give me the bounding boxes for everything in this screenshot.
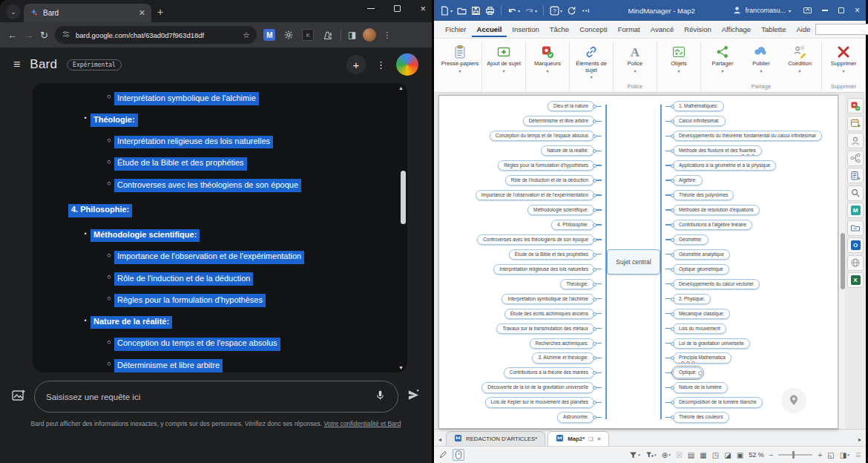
selected-text[interactable]: Théologie:: [91, 114, 138, 127]
selected-text[interactable]: Méthodologie scientifique:: [91, 229, 200, 243]
topic-pill[interactable]: Rôle de l'induction et de la déduction: [505, 175, 594, 185]
help-icon[interactable]: ?▾: [550, 6, 562, 16]
menu-tab-insertion[interactable]: Insertion: [507, 22, 544, 37]
document-tab[interactable]: REDACTION D'ARTICLES*: [446, 431, 545, 446]
minimize-button[interactable]: [367, 8, 375, 10]
library-icon[interactable]: [847, 168, 864, 183]
ribbon-button-elements[interactable]: Éléments de sujet▾: [572, 41, 611, 82]
zoom-in-icon[interactable]: +: [818, 451, 822, 459]
topic-pill[interactable]: Théologie:: [560, 279, 594, 289]
menu-tab-tâche[interactable]: Tâche: [545, 22, 574, 37]
scroll-down-icon[interactable]: ▼: [398, 365, 404, 370]
ribbon-button-coedit[interactable]: Coédition▾: [780, 41, 819, 82]
selected-text[interactable]: 4. Philosophie:: [68, 204, 132, 217]
extension-dark-icon[interactable]: K: [302, 29, 315, 42]
presentation-mode-icon[interactable]: [803, 7, 812, 13]
menu-tab-format[interactable]: Format: [613, 22, 645, 37]
task-calendar-icon[interactable]: [847, 116, 864, 131]
menu-tab-tablette[interactable]: Tablette: [756, 22, 791, 37]
ribbon-button-font[interactable]: APolice▾: [616, 41, 654, 82]
location-pin-icon[interactable]: [781, 388, 806, 413]
web-icon[interactable]: [847, 255, 864, 271]
topic-pill[interactable]: Principia Mathematica: [673, 352, 731, 363]
topic-pill[interactable]: Recherches alchimiques:: [530, 338, 594, 349]
new-document-icon[interactable]: ▾: [440, 6, 453, 16]
filter-icon[interactable]: ▾: [629, 451, 640, 459]
topic-pill[interactable]: Méthodologie scientifique:: [527, 205, 594, 215]
resize-grip[interactable]: [856, 453, 861, 457]
more-icon[interactable]: [581, 6, 591, 16]
tab-scroll-left-icon[interactable]: ◂: [436, 436, 444, 446]
mouse-mode-button[interactable]: [453, 449, 464, 461]
resources-icon[interactable]: [847, 133, 864, 148]
topic-pill[interactable]: Dieu et la nature: [548, 101, 594, 111]
save-icon[interactable]: [471, 6, 481, 16]
ribbon-button-objects[interactable]: Objets▾: [660, 41, 698, 82]
mm-minimize-button[interactable]: [822, 10, 828, 11]
menu-tab-avancé[interactable]: Avancé: [645, 22, 680, 37]
ribbon-button-add-topic[interactable]: Ajout de sujet▾: [484, 41, 523, 82]
topic-pill[interactable]: Développements du calcul vectoriel: [673, 279, 760, 289]
new-tab-button[interactable]: +: [157, 6, 163, 18]
topic-tree-icon[interactable]: [847, 151, 864, 166]
selected-text[interactable]: Étude de la Bible et des prophéties: [114, 157, 247, 171]
topic-pill[interactable]: Théorie des couleurs: [673, 412, 729, 422]
selected-text[interactable]: Déterminisme et libre arbitre: [114, 359, 223, 372]
tab-search-button[interactable]: ⌄: [6, 4, 21, 19]
topic-pill[interactable]: Conception du temps et de l'espace absol…: [490, 131, 594, 141]
browser-profile-avatar[interactable]: [363, 28, 376, 42]
bard-more-icon[interactable]: ⋮: [376, 59, 386, 70]
topic-pill[interactable]: Loi de la gravitation universelle: [673, 338, 750, 349]
mindmanager-icon[interactable]: M: [847, 203, 864, 218]
close-tab-icon[interactable]: ✕: [597, 436, 602, 442]
ribbon-button-clipboard[interactable]: Presse-papiers▾: [441, 41, 479, 82]
bookmark-star-icon[interactable]: ☆: [243, 30, 250, 40]
topic-pill[interactable]: Optique:: [673, 367, 703, 378]
zoom-slider-handle[interactable]: [792, 451, 795, 459]
topic-pill[interactable]: Déterminisme et libre arbitre: [523, 116, 594, 126]
browser-tab-bard[interactable]: Bard ✕: [24, 4, 151, 22]
topic-pill[interactable]: Contributions à l'algèbre linéaire: [673, 220, 752, 230]
topic-pill[interactable]: Géométrie:: [673, 234, 708, 245]
topic-pill[interactable]: Décomposition de la lumière blanche: [673, 397, 763, 407]
search-combobox[interactable]: ▾: [815, 24, 868, 35]
chat-scrollbar[interactable]: [401, 171, 406, 224]
new-chat-button[interactable]: +: [346, 55, 366, 74]
archive-icon[interactable]: [847, 220, 864, 236]
topic-pill[interactable]: Importance de l'observation et de l'expé…: [476, 190, 594, 200]
menu-tab-révision[interactable]: Révision: [679, 22, 716, 37]
topic-pill[interactable]: Interprétation symbolique de l'alchimie: [502, 294, 594, 304]
detach-tab-icon[interactable]: ❏: [588, 436, 593, 442]
topic-pill[interactable]: Règles pour la formulation d'hypothèses: [498, 160, 594, 171]
topic-pill[interactable]: Géométrie analytique: [673, 249, 730, 260]
topic-pill[interactable]: Méthode des fluxions et des fluantes: [673, 145, 762, 156]
bard-profile-avatar[interactable]: [396, 53, 418, 76]
mm-maximize-button[interactable]: [838, 7, 844, 13]
topic-pill[interactable]: Travaux sur la transmutation des métaux: [496, 324, 594, 334]
open-folder-icon[interactable]: [457, 6, 467, 16]
sync-icon[interactable]: [567, 6, 576, 16]
outlook-icon[interactable]: O: [847, 237, 864, 253]
site-info-icon[interactable]: [62, 30, 70, 40]
clear-filter-icon[interactable]: ☒: [676, 451, 683, 459]
fit-window-icon[interactable]: ◱: [827, 451, 834, 459]
document-tab[interactable]: Map2*❏✕: [548, 431, 609, 446]
format-painter-icon[interactable]: ◪: [724, 451, 731, 459]
selected-text[interactable]: Interprétation religieuse des lois natur…: [114, 136, 273, 149]
zoom-slider[interactable]: [778, 454, 812, 456]
selected-text[interactable]: Nature de la réalité:: [91, 316, 172, 329]
prompt-input[interactable]: Saisissez une requête ici: [34, 381, 398, 413]
privacy-link[interactable]: Votre confidentialité et Bard: [323, 420, 401, 427]
back-icon[interactable]: ←: [7, 30, 17, 41]
redo-icon[interactable]: ▾: [525, 6, 537, 16]
mm-close-button[interactable]: ×: [855, 7, 860, 13]
tab-scroll-right-icon[interactable]: ▸: [856, 436, 864, 446]
fit-map-icon[interactable]: ▣: [737, 451, 743, 459]
tag-view-icon[interactable]: ◳: [712, 451, 719, 459]
topic-pill[interactable]: Théorie des polynômes: [673, 190, 734, 200]
scroll-up-icon[interactable]: ▲: [398, 85, 404, 91]
topic-pill[interactable]: Calcul infinitésimal:: [673, 116, 726, 126]
menu-tab-accueil[interactable]: Accueil: [472, 22, 507, 37]
topic-pill[interactable]: Découverte de la loi de la gravitation u…: [481, 382, 594, 393]
ribbon-button-share[interactable]: Partager▾: [703, 41, 742, 82]
